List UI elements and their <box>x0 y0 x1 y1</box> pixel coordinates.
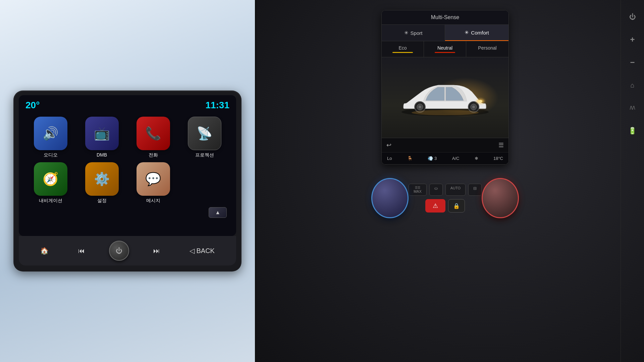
eco-mode-button[interactable]: Eco <box>382 41 424 57</box>
app-icon-proj[interactable]: 📡프로젝션 <box>181 117 228 158</box>
plus-icon: + <box>630 35 635 44</box>
windshield-icon: ⛀ <box>434 186 438 191</box>
prev-icon: ⏮ <box>78 247 85 255</box>
power-icon: ⏻ <box>116 247 122 255</box>
temp-right-value: 18°C <box>493 156 503 161</box>
app-icon-nav[interactable]: 🧭내비게이션 <box>27 162 74 204</box>
center-buttons: ☰☰ MAX ⛀ AUTO ⊟ <box>409 184 482 213</box>
home-ctrl-button[interactable]: 🏠 <box>35 244 54 257</box>
app-grid: 🔊오디오📺DMB📞전화📡프로젝션🧭내비게이션⚙️설정💬메시지 <box>24 117 231 204</box>
settings-icon-img: ⚙️ <box>85 162 119 196</box>
car-svg <box>395 75 495 120</box>
ac-label: A/C <box>452 156 460 161</box>
battery-sidebar-button[interactable]: 🔋 <box>626 124 639 137</box>
mode-row-bottom: Eco Neutral Personal <box>382 41 508 57</box>
battery-sidebar-icon: 🔋 <box>628 127 637 135</box>
screen-top-bar: 20° 11:31 <box>24 100 231 111</box>
app-icon-message[interactable]: 💬메시지 <box>129 162 177 204</box>
fan-icon: 💨 <box>428 156 433 161</box>
nav-sidebar-button[interactable]: /\/\ <box>626 101 639 115</box>
home-button-small[interactable]: ▲ <box>209 207 227 218</box>
comfort-label: Comfort <box>471 30 489 36</box>
volume-down-button[interactable]: − <box>626 56 639 69</box>
next-button[interactable]: ⏭ <box>148 244 165 257</box>
phone-label: 전화 <box>149 152 158 158</box>
message-icon-img: 💬 <box>137 162 170 196</box>
svg-point-3 <box>419 106 421 108</box>
hazard-icon: ⚠ <box>433 202 438 209</box>
app-icon-dmb[interactable]: 📺DMB <box>78 117 125 158</box>
max-heat-label: MAX <box>414 189 422 193</box>
back-button[interactable]: ◁ BACK <box>184 244 220 257</box>
left-panel: 20° 11:31 🔊오디오📺DMB📞전화📡프로젝션🧭내비게이션⚙️설정💬메시지… <box>0 0 255 362</box>
neutral-label: Neutral <box>437 45 452 51</box>
card-bottom-controls: ↩ ☰ <box>382 138 508 152</box>
menu-ctrl-icon[interactable]: ☰ <box>498 141 504 149</box>
lock-icon: 🔒 <box>453 203 460 209</box>
next-icon: ⏭ <box>153 247 160 255</box>
nav-icon-img: 🧭 <box>34 162 67 196</box>
auto-button[interactable]: AUTO <box>445 184 466 196</box>
climate-bar: Lo 🪑 💨 3 A/C ❄ 1 <box>382 152 508 164</box>
windshield-button[interactable]: ⛀ <box>429 184 443 196</box>
lock-button[interactable]: 🔒 <box>448 199 465 213</box>
back-label: ◁ BACK <box>190 247 215 255</box>
personal-mode-button[interactable]: Personal <box>466 41 508 57</box>
temp-left-item: Lo <box>387 156 392 161</box>
personal-label: Personal <box>478 45 496 51</box>
right-content: Multi-Sense ✳ Sport ✳ Comfort Eco <box>256 0 644 362</box>
minus-icon: − <box>630 58 635 67</box>
volume-up-button[interactable]: + <box>626 33 639 46</box>
home-sidebar-button[interactable]: ⌂ <box>626 78 639 92</box>
main-display-area: Multi-Sense ✳ Sport ✳ Comfort Eco <box>256 0 621 362</box>
prev-button[interactable]: ⏮ <box>73 244 90 257</box>
app-icon-settings[interactable]: ⚙️설정 <box>78 162 125 204</box>
seat-heat-icon: 🪑 <box>407 156 413 161</box>
dmb-icon-img: 📺 <box>85 117 119 150</box>
neutral-mode-button[interactable]: Neutral <box>424 41 466 57</box>
air-mode-icon: ❄ <box>475 156 478 161</box>
eco-indicator <box>392 52 413 53</box>
home-sidebar-icon: ⌂ <box>630 81 634 89</box>
power-button[interactable]: ⏻ <box>109 241 129 261</box>
home-arrow-icon: ▲ <box>215 209 220 215</box>
auto-label: AUTO <box>450 186 461 190</box>
app-icon-audio[interactable]: 🔊오디오 <box>27 117 74 158</box>
home-icon: 🏠 <box>40 247 49 255</box>
proj-icon-img: 📡 <box>188 117 221 150</box>
screen-wrapper: 20° 11:31 🔊오디오📺DMB📞전화📡프로젝션🧭내비게이션⚙️설정💬메시지… <box>13 90 241 272</box>
knob-row: ☰☰ MAX ⛀ AUTO ⊟ <box>361 178 529 218</box>
physical-controls: ☰☰ MAX ⛀ AUTO ⊟ <box>361 178 529 218</box>
max-heat-button[interactable]: ☰☰ MAX <box>409 184 427 196</box>
proj-label: 프로젝션 <box>195 152 214 158</box>
temperature-display: 20° <box>25 100 40 111</box>
personal-indicator <box>477 52 497 53</box>
sport-snowflake-icon: ✳ <box>404 30 409 36</box>
audio-label: 오디오 <box>44 152 58 158</box>
comfort-mode-button[interactable]: ✳ Comfort <box>445 25 508 41</box>
fan-seat-item: 🪑 <box>407 156 413 161</box>
left-temperature-knob[interactable] <box>371 178 409 218</box>
app-icon-phone[interactable]: 📞전화 <box>129 117 177 158</box>
hazard-button[interactable]: ⚠ <box>425 199 445 213</box>
temp-right-item: 18°C <box>493 156 503 161</box>
btn-row-top: ☰☰ MAX ⛀ AUTO ⊟ <box>409 184 482 196</box>
settings-label: 설정 <box>97 198 107 204</box>
car-image-area <box>382 57 508 138</box>
power-sidebar-icon: ⏻ <box>629 13 636 21</box>
sport-mode-button[interactable]: ✳ Sport <box>382 25 445 41</box>
neutral-indicator <box>435 52 455 53</box>
power-sidebar-button[interactable]: ⏻ <box>626 10 639 23</box>
rear-defog-icon: ⊟ <box>473 186 477 191</box>
fan-speed-item: 💨 3 <box>428 156 437 161</box>
message-label: 메시지 <box>146 198 160 204</box>
btn-row-bottom: ⚠ 🔒 <box>425 199 465 213</box>
rear-defog-button[interactable]: ⊟ <box>468 184 482 196</box>
multisense-card: Multi-Sense ✳ Sport ✳ Comfort Eco <box>381 10 509 165</box>
mode-row-top: ✳ Sport ✳ Comfort <box>382 25 508 41</box>
dmb-label: DMB <box>97 152 107 158</box>
max-heat-icon: ☰☰ <box>414 186 422 189</box>
right-sidebar-controls: ⏻ + − ⌂ /\/\ 🔋 <box>621 0 644 362</box>
right-temperature-knob[interactable] <box>482 178 519 218</box>
back-ctrl-icon[interactable]: ↩ <box>386 141 391 149</box>
